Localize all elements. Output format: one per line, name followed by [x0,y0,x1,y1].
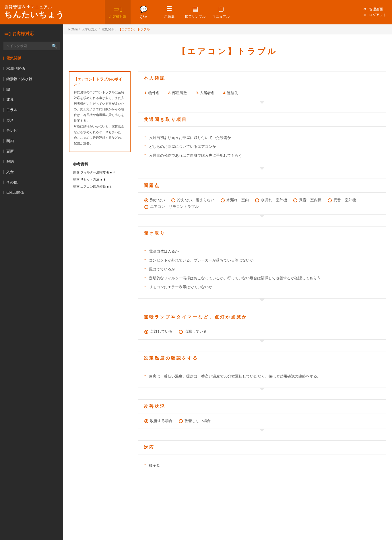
point-box: 【エアコン】トラブルのポイント 特に夏場のエアコントラブルは至急対応を求められる… [69,71,131,152]
radio-icon [144,330,148,334]
radio-icon [144,205,148,209]
speech-icon: 💬 [140,6,148,13]
search-wrap: 🔍 [3,42,60,50]
crumb-1[interactable]: お客様対応 [82,28,98,31]
sidebar-item-contract[interactable]: 契約 [0,136,63,146]
radio-icon [144,419,148,423]
sidebar-item-other[interactable]: その他 [0,177,63,187]
card-header: 改善状況 [138,400,386,413]
radio-icon [179,330,183,334]
logo[interactable]: 賃貸管理Webマニュアル ちんたいちょう [0,5,105,20]
ref-link-3[interactable]: 動画 エアコン応急起動■⬇ [73,185,126,189]
card-issue: 問題点 動かない 冷えない、暖まらない 水漏れ 室内 水漏れ 室外機 異音 室内… [138,179,386,215]
card-common: 共通聞き取り項目 入居当初より元々お部屋に取り付いていた設備か どちらのお部屋に… [138,113,386,167]
list-item: 定期的なフィルター清掃はおこなっているか。行っていない場合は清掃して改善するか確… [144,275,380,281]
radio-icon [171,198,175,202]
sidebar: ▭▯お客様対応 🔍 電気関係 水周り関係 給湯器・温水器 鍵 建具 モラル ガス… [0,24,63,540]
card-header: 問題点 [138,179,386,193]
tab-glossary[interactable]: ☰用語集 [156,0,182,24]
sidebar-item-cancel[interactable]: 解約 [0,156,63,167]
radio-option[interactable]: 水漏れ 室内 [221,198,249,203]
download-icon: ⬇ [103,178,106,181]
video-icon: ■ [110,171,112,174]
sidebar-item-deposit[interactable]: 入金 [0,167,63,177]
radio-option[interactable]: 異音 室内機 [293,198,321,203]
book-icon: ▭▯ [113,5,123,13]
confirm-item: 2.部屋号数 [168,90,187,96]
side-menu: 電気関係 水周り関係 給湯器・温水器 鍵 建具 モラル ガス テレビ 契約 更新… [0,53,63,198]
list-item: 冷房は一番低い温度、暖房は一番高い温度で30分程運転していただく。後ほど結果確認… [144,373,380,379]
reference-box: 参考資料 動画 フィルター清掃方法■⬇ 動画 リセット方法■⬇ 動画 エアコン応… [69,157,131,196]
radio-option[interactable]: 水漏れ 室外機 [255,198,287,203]
reference-title: 参考資料 [73,162,126,167]
sidebar-item-heater[interactable]: 給湯器・温水器 [0,74,63,84]
radio-icon [293,198,297,202]
nav-tabs: ▭▯お客様対応 💬Q&A ☰用語集 ▤帳票サンプル ▢マニュアル [105,0,234,24]
crumb-2[interactable]: 電気関係 [102,28,114,31]
confirm-item: 1.物件名 [144,90,160,96]
sidebar-item-electric[interactable]: 電気関係 [0,53,63,63]
card-header: 聞き取り [138,227,386,240]
logout-link[interactable]: ⇦ログアウト [363,13,386,18]
card-improve: 改善状況 改善する場合 改善しない場合 [138,399,386,429]
admin-link[interactable]: ⚙管理画面 [363,7,386,12]
header: 賃貸管理Webマニュアル ちんたいちょう ▭▯お客様対応 💬Q&A ☰用語集 ▤… [0,0,392,24]
crumb-current: 【エアコン】トラブル [118,28,150,31]
card-header: 本人確認 [138,71,386,85]
logout-icon: ⇦ [363,13,368,17]
left-column: 【エアコン】トラブルのポイント 特に夏場のエアコントラブルは至急対応を求められる… [69,71,131,489]
video-icon: ■ [100,178,102,181]
sidebar-item-moral[interactable]: モラル [0,105,63,115]
card-header: 設定温度の確認をする [138,351,386,365]
radio-option[interactable]: 改善する場合 [144,419,172,423]
sidebar-title: ▭▯お客様対応 [0,29,63,39]
radio-option[interactable]: エアコン リモコントラブル [144,204,199,209]
page-title: 【エアコン】トラブル [63,46,392,57]
sidebar-item-tv[interactable]: テレビ [0,125,63,136]
header-right: ⚙管理画面 ⇦ログアウト [363,6,392,18]
sidebar-item-taktas[interactable]: taktas関係 [0,187,63,198]
card-lamp: 運転ランプやタイマーなど、点灯か点滅か 点灯している 点滅している [138,310,386,340]
manual-icon: ▢ [218,5,224,13]
ref-link-2[interactable]: 動画 リセット方法■⬇ [73,177,126,182]
search-input[interactable] [3,42,60,50]
radio-option[interactable]: 動かない [144,198,165,203]
sidebar-item-gas[interactable]: ガス [0,115,63,125]
point-text-1: 特に夏場のエアコントラブルは至急対応を求められる事が多く、また入居者様がいらだっ… [74,90,126,124]
sidebar-item-renew[interactable]: 更新 [0,146,63,156]
confirm-item: 4.連絡先 [223,90,238,96]
sidebar-item-key[interactable]: 鍵 [0,84,63,94]
point-text-2: 対応に納得がいかないと、家賃返金などを求められるケースも多いため、こまめに経過連… [74,124,126,146]
sheet-icon: ▤ [192,5,198,13]
logo-title: ちんたいちょう [4,9,105,20]
search-icon[interactable]: 🔍 [52,43,57,49]
radio-option[interactable]: 改善しない場合 [179,419,211,423]
sidebar-item-water[interactable]: 水周り関係 [0,63,63,74]
tab-sample[interactable]: ▤帳票サンプル [182,0,208,24]
card-header: 運転ランプやタイマーなど、点灯か点滅か [138,310,386,324]
download-icon: ⬇ [110,185,112,188]
tab-manual[interactable]: ▢マニュアル [208,0,234,24]
card-header: 対応 [138,441,386,454]
radio-option[interactable]: 異音 室外機 [328,198,356,203]
radio-icon [328,198,332,202]
crumb-home[interactable]: HOME [68,28,78,31]
tab-qa[interactable]: 💬Q&A [131,0,156,24]
card-temp: 設定温度の確認をする 冷房は一番低い温度、暖房は一番高い温度で30分程運転してい… [138,351,386,388]
sidebar-item-fitting[interactable]: 建具 [0,94,63,105]
ref-link-1[interactable]: 動画 フィルター清掃方法■⬇ [73,170,126,175]
radio-option[interactable]: 点滅している [179,329,207,334]
card-header: 共通聞き取り項目 [138,113,386,127]
tab-customer[interactable]: ▭▯お客様対応 [105,0,131,24]
gear-icon: ⚙ [363,7,368,11]
list-item: コンセントが外れている、ブレーカーが落ちている等はないか [144,258,380,263]
radio-icon [221,198,225,202]
radio-option[interactable]: 点灯している [144,329,172,334]
doc-icon: ☰ [166,5,172,13]
confirm-item: 3.入居者名 [196,90,215,96]
list-item: 入居者の私物であればご自身で購入先に手配してもらう [144,153,380,158]
main: HOME/ お客様対応/ 電気関係/ 【エアコン】トラブル 【エアコン】トラブル… [63,24,392,540]
video-icon: ■ [107,185,108,188]
radio-option[interactable]: 冷えない、暖まらない [171,198,214,203]
breadcrumb: HOME/ お客様対応/ 電気関係/ 【エアコン】トラブル [63,24,392,34]
